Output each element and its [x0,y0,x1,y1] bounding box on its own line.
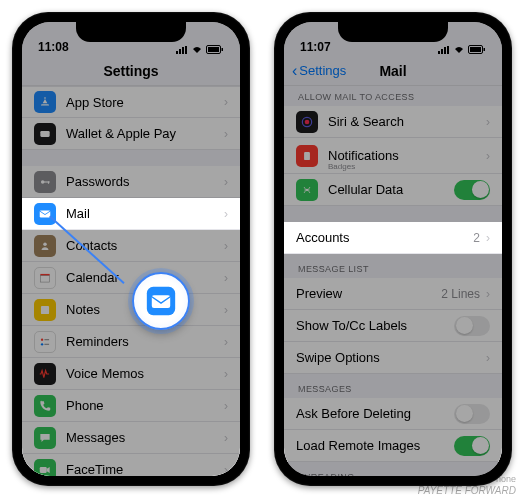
row-voice-memos[interactable]: Voice Memos › [22,358,240,390]
row-notes[interactable]: Notes › [22,294,240,326]
navbar: ‹ Settings Mail [284,56,502,86]
svg-rect-6 [222,48,224,51]
app-store-icon [34,91,56,113]
cell-label: Ask Before Deleting [296,406,454,421]
chevron-right-icon: › [486,149,490,163]
svg-point-17 [41,343,43,345]
svg-rect-10 [48,181,49,183]
back-button[interactable]: ‹ Settings [292,63,346,79]
cell-label: Reminders [66,334,224,349]
cell-label: FaceTime [66,462,224,476]
svg-rect-18 [44,339,49,340]
mail-callout-icon [132,272,190,330]
chevron-right-icon: › [224,367,228,381]
toggle-ask-delete[interactable] [454,404,490,424]
contacts-icon [34,235,56,257]
row-phone[interactable]: Phone › [22,390,240,422]
svg-rect-0 [176,51,178,54]
wallet-icon [34,123,56,145]
cell-label: Mail [66,206,224,221]
row-notifications[interactable]: Notifications Badges › [284,138,502,174]
cell-detail: 2 Lines [441,287,480,301]
cell-label: Load Remote Images [296,438,454,453]
row-app-store[interactable]: App Store › [22,86,240,118]
row-passwords[interactable]: Passwords › [22,166,240,198]
messages-icon [34,427,56,449]
row-preview[interactable]: Preview 2 Lines › [284,278,502,310]
cell-label: Phone [66,398,224,413]
row-cellular-data[interactable]: Cellular Data [284,174,502,206]
section-header-threading: THREADING [284,462,502,476]
svg-rect-5 [208,47,219,52]
chevron-right-icon: › [486,231,490,245]
row-siri-search[interactable]: Siri & Search › [284,106,502,138]
notes-icon [34,299,56,321]
reminders-icon [34,331,56,353]
chevron-right-icon: › [224,271,228,285]
page-title: Mail [379,63,406,79]
toggle-load-images[interactable] [454,436,490,456]
facetime-icon [34,459,56,477]
chevron-right-icon: › [224,207,228,221]
row-reminders[interactable]: Reminders › [22,326,240,358]
row-swipe-options[interactable]: Swipe Options › [284,342,502,374]
chevron-right-icon: › [224,463,228,477]
cell-label: Passwords [66,174,224,189]
svg-rect-23 [152,295,170,308]
cell-label: Siri & Search [328,114,486,129]
siri-icon [296,111,318,133]
svg-rect-14 [40,275,49,281]
chevron-right-icon: › [224,175,228,189]
row-wallet[interactable]: Wallet & Apple Pay › [22,118,240,150]
svg-point-34 [306,188,308,190]
svg-rect-30 [484,48,486,51]
navbar: Settings [22,56,240,86]
cell-label: Preview [296,286,441,301]
svg-rect-1 [179,49,181,54]
chevron-right-icon: › [224,399,228,413]
svg-rect-19 [44,343,49,344]
chevron-right-icon: › [224,335,228,349]
settings-list[interactable]: App Store › Wallet & Apple Pay › Passwor… [22,86,240,476]
svg-rect-24 [438,51,440,54]
calendar-icon [34,267,56,289]
row-load-remote-images[interactable]: Load Remote Images [284,430,502,462]
row-ask-before-deleting[interactable]: Ask Before Deleting [284,398,502,430]
chevron-right-icon: › [224,431,228,445]
row-mail[interactable]: Mail › [22,198,240,230]
chevron-left-icon: ‹ [292,63,297,79]
svg-rect-7 [40,131,49,137]
chevron-right-icon: › [486,115,490,129]
voice-memos-icon [34,363,56,385]
toggle-show-tocc[interactable] [454,316,490,336]
row-calendar[interactable]: Calendar › [22,262,240,294]
chevron-right-icon: › [224,239,228,253]
cell-label: Voice Memos [66,366,224,381]
chevron-right-icon: › [224,95,228,109]
mail-settings-list[interactable]: ALLOW MAIL TO ACCESS Siri & Search › Not… [284,86,502,476]
section-header-access: ALLOW MAIL TO ACCESS [284,86,502,106]
row-contacts[interactable]: Contacts › [22,230,240,262]
section-header-message-list: MESSAGE LIST [284,254,502,278]
cellular-icon [296,179,318,201]
cell-label: Wallet & Apple Pay [66,126,224,141]
svg-rect-15 [41,305,49,313]
key-icon [34,171,56,193]
status-icons [438,45,486,54]
row-facetime[interactable]: FaceTime › [22,454,240,476]
status-icons [176,45,224,54]
phone-left: 11:08 Settings App Store › Walle [12,12,250,486]
svg-rect-25 [441,49,443,54]
chevron-right-icon: › [224,303,228,317]
back-label: Settings [299,63,346,78]
row-messages[interactable]: Messages › [22,422,240,454]
cell-label: Accounts [296,230,473,245]
row-show-tocc[interactable]: Show To/Cc Labels [284,310,502,342]
toggle-cellular[interactable] [454,180,490,200]
status-time: 11:07 [300,40,331,54]
svg-point-32 [305,119,310,124]
cell-label: Notifications [328,148,486,163]
phone-right: 11:07 ‹ Settings Mail ALLOW MAIL TO ACCE… [274,12,512,486]
svg-rect-29 [470,47,481,52]
row-accounts[interactable]: Accounts 2 › [284,222,502,254]
